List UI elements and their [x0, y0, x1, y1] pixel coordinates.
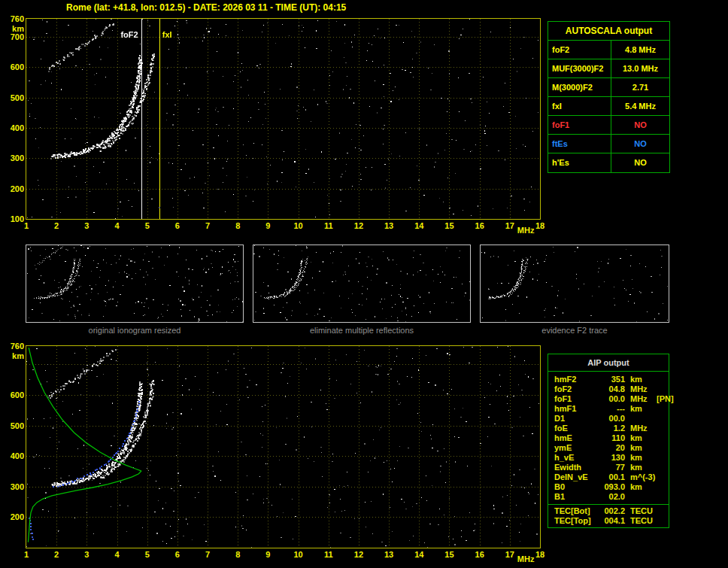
aip-output-table: AIP output hmF2 351 km foF2 04.8 MHz foF… [548, 354, 669, 528]
table-row: foF1 00.0 MHz [PN] [554, 394, 667, 404]
aip-param-unit: km [625, 453, 657, 463]
aip-param-unit: km [625, 482, 657, 492]
x-tick-label: 12 [350, 550, 368, 559]
aip-param-unit: km [625, 443, 657, 453]
aip-param-value: 351 [598, 375, 625, 384]
aip-table-title: AIP output [548, 354, 669, 372]
aip-param-unit: TECU [625, 516, 657, 526]
x-tick-label: 6 [168, 550, 187, 559]
table-row: B0 093.0 km [554, 482, 667, 492]
fxI-marker-label: fxI [162, 30, 172, 39]
autoscala-param-value: NO [611, 116, 669, 135]
autoscala-param-value: 5.4 MHz [611, 97, 669, 116]
aip-param-unit [625, 414, 657, 424]
x-tick-label: 16 [471, 221, 489, 230]
autoscala-param-label: foF1 [548, 116, 611, 135]
panel-caption-original: original ionogram resized [26, 326, 244, 335]
aip-param-value: 00.0 [598, 414, 625, 424]
table-row: DelN_vE 00.1 m^(-3) [554, 472, 667, 482]
aip-param-value: 00.0 [598, 394, 625, 404]
aip-param-value: 02.0 [598, 492, 625, 502]
aip-param-note [657, 482, 667, 492]
x-tick-label: 13 [380, 550, 398, 559]
table-row: ymE 20 km [554, 443, 667, 453]
y-tick-label: 400 [3, 451, 24, 460]
aip-param-unit: MHz [625, 424, 657, 433]
x-tick-label: 2 [47, 221, 65, 230]
aip-param-unit: km [625, 404, 657, 414]
table-row: MUF(3000)F2 13.0 MHz [548, 59, 669, 78]
table-row: TEC[Bot] 002.2 TECU [554, 506, 667, 516]
table-row: foF2 4.8 MHz [548, 41, 669, 59]
aip-tec-section: TEC[Bot] 002.2 TECU TEC[Top] 004.1 TECU [548, 504, 669, 527]
aip-param-note [657, 463, 667, 472]
y-tick-label: 700 [3, 32, 24, 41]
table-row: hmF1 --- km [554, 404, 667, 414]
table-row: foF2 04.8 MHz [554, 384, 667, 394]
x-tick-label: 1 [17, 550, 35, 559]
x-tick-label: 5 [138, 221, 156, 230]
aip-param-note [657, 516, 667, 526]
aip-param-label: Ewidth [554, 463, 598, 472]
x-tick-label: 17 [501, 550, 519, 559]
aip-param-value: 20 [598, 443, 625, 453]
y-tick-label: 760 [3, 14, 24, 23]
y-tick-label: 100 [3, 214, 24, 223]
aip-param-label: B0 [554, 482, 598, 492]
aip-param-unit: km [625, 463, 657, 472]
autoscala-param-value: 4.8 MHz [611, 41, 669, 59]
table-row: D1 00.0 [554, 414, 667, 424]
autoscala-table-title: AUTOSCALA output [548, 22, 669, 41]
aip-param-label: D1 [554, 414, 598, 424]
aip-param-unit [625, 492, 657, 502]
aip-param-note [657, 453, 667, 463]
aip-param-note [657, 443, 667, 453]
table-row: Ewidth 77 km [554, 463, 667, 472]
top-ionogram-canvas [26, 18, 541, 220]
table-row: foE 1.2 MHz [554, 424, 667, 433]
aip-param-value: 130 [598, 453, 625, 463]
autoscala-param-value: NO [611, 135, 669, 153]
x-tick-label: 4 [108, 550, 126, 559]
panel-caption-evidence-f2: evidence F2 trace [480, 326, 669, 335]
x-tick-label: 12 [350, 221, 368, 230]
panel-evidence-f2-canvas [480, 245, 669, 323]
aip-param-unit: km [625, 433, 657, 443]
autoscala-param-label: fxI [548, 97, 611, 116]
bottom-ionogram-canvas [26, 345, 541, 548]
table-row: hmF2 351 km [554, 375, 667, 384]
y-tick-label: 400 [3, 123, 24, 132]
y-tick-label: 300 [3, 153, 24, 163]
x-axis-unit-label: MHz [517, 554, 535, 563]
aip-param-label: TEC[Top] [554, 516, 598, 526]
aip-param-note [657, 472, 667, 482]
header-title: Rome (lat: +41.8, lon: 012.5) - DATE: 20… [66, 2, 346, 13]
y-tick-label: 600 [3, 62, 24, 71]
aip-param-label: hmE [554, 433, 598, 443]
autoscala-param-value: 13.0 MHz [611, 59, 669, 78]
autoscala-param-label: M(3000)F2 [548, 78, 611, 97]
x-tick-label: 2 [47, 550, 65, 559]
x-tick-label: 3 [77, 550, 96, 559]
autoscala-app-screen: Rome (lat: +41.8, lon: 012.5) - DATE: 20… [0, 0, 728, 568]
x-tick-label: 17 [501, 221, 519, 230]
aip-param-label: B1 [554, 492, 598, 502]
y-tick-label: 600 [3, 390, 24, 399]
aip-param-value: 004.1 [598, 516, 625, 526]
x-tick-label: 6 [168, 221, 187, 230]
x-tick-label: 9 [259, 221, 277, 230]
x-tick-label: 9 [259, 550, 277, 559]
aip-param-label: DelN_vE [554, 472, 598, 482]
panel-caption-eliminate-multiples: eliminate multiple reflections [253, 326, 471, 335]
table-row: h'Es NO [548, 153, 669, 172]
table-row: TEC[Top] 004.1 TECU [554, 516, 667, 526]
aip-param-value: 1.2 [598, 424, 625, 433]
x-tick-label: 8 [229, 221, 247, 230]
y-tick-label: 300 [3, 482, 24, 491]
aip-param-note [657, 404, 667, 414]
table-row: hmE 110 km [554, 433, 667, 443]
aip-table-body: hmF2 351 km foF2 04.8 MHz foF1 00.0 MHz … [548, 372, 669, 504]
table-row: fxI 5.4 MHz [548, 97, 669, 116]
aip-param-label: hmF2 [554, 375, 598, 384]
x-tick-label: 8 [229, 550, 247, 559]
